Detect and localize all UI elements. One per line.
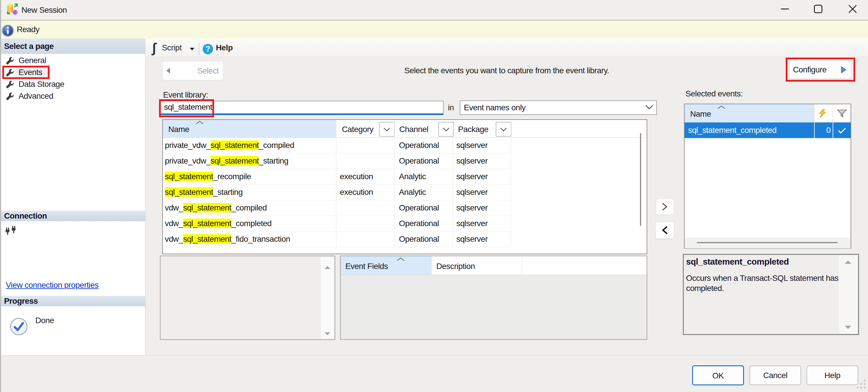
- svg-text:?: ?: [206, 44, 210, 53]
